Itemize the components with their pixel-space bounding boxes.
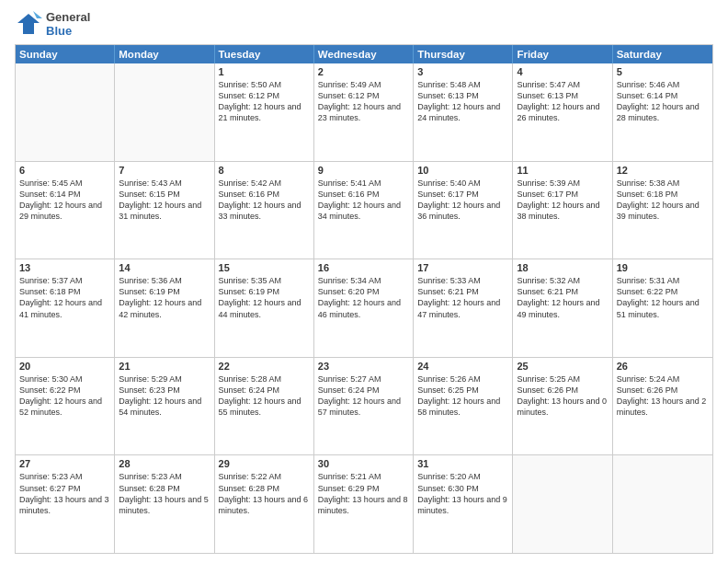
weekday-header-tuesday: Tuesday (215, 45, 314, 63)
day-number: 5 (617, 66, 709, 77)
calendar-cell: 30Sunrise: 5:21 AM Sunset: 6:29 PM Dayli… (314, 455, 414, 553)
day-number: 3 (417, 66, 508, 77)
calendar-cell: 6Sunrise: 5:45 AM Sunset: 6:14 PM Daylig… (16, 162, 115, 259)
weekday-header-wednesday: Wednesday (314, 45, 414, 63)
day-info: Sunrise: 5:25 AM Sunset: 6:26 PM Dayligh… (517, 373, 608, 419)
calendar-row-3: 13Sunrise: 5:37 AM Sunset: 6:18 PM Dayli… (16, 259, 712, 357)
day-info: Sunrise: 5:49 AM Sunset: 6:12 PM Dayligh… (318, 79, 409, 124)
calendar-cell: 9Sunrise: 5:41 AM Sunset: 6:16 PM Daylig… (314, 162, 414, 259)
calendar-cell (513, 455, 612, 553)
calendar-cell: 12Sunrise: 5:38 AM Sunset: 6:18 PM Dayli… (613, 162, 712, 259)
day-info: Sunrise: 5:23 AM Sunset: 6:28 PM Dayligh… (119, 471, 210, 516)
calendar-cell: 10Sunrise: 5:40 AM Sunset: 6:17 PM Dayli… (414, 162, 513, 259)
calendar-cell: 25Sunrise: 5:25 AM Sunset: 6:26 PM Dayli… (513, 358, 612, 455)
day-number: 14 (119, 262, 210, 273)
weekday-header-friday: Friday (513, 45, 612, 63)
calendar-cell: 3Sunrise: 5:48 AM Sunset: 6:13 PM Daylig… (414, 63, 513, 161)
logo: GeneralBlue (15, 11, 90, 39)
day-number: 12 (617, 165, 709, 176)
day-info: Sunrise: 5:21 AM Sunset: 6:29 PM Dayligh… (318, 471, 409, 516)
day-info: Sunrise: 5:50 AM Sunset: 6:12 PM Dayligh… (219, 79, 310, 124)
calendar-cell: 8Sunrise: 5:42 AM Sunset: 6:16 PM Daylig… (215, 162, 314, 259)
day-info: Sunrise: 5:37 AM Sunset: 6:18 PM Dayligh… (19, 275, 110, 320)
day-number: 11 (517, 165, 608, 176)
day-info: Sunrise: 5:39 AM Sunset: 6:17 PM Dayligh… (517, 178, 608, 223)
day-info: Sunrise: 5:31 AM Sunset: 6:22 PM Dayligh… (617, 275, 709, 320)
calendar-cell: 27Sunrise: 5:23 AM Sunset: 6:27 PM Dayli… (16, 455, 115, 553)
logo-general: General (46, 11, 90, 25)
calendar-cell: 21Sunrise: 5:29 AM Sunset: 6:23 PM Dayli… (115, 358, 214, 455)
day-info: Sunrise: 5:43 AM Sunset: 6:15 PM Dayligh… (119, 178, 210, 223)
day-info: Sunrise: 5:48 AM Sunset: 6:13 PM Dayligh… (417, 79, 508, 124)
day-info: Sunrise: 5:46 AM Sunset: 6:14 PM Dayligh… (617, 79, 709, 124)
logo-blue: Blue (46, 25, 90, 39)
calendar-row-2: 6Sunrise: 5:45 AM Sunset: 6:14 PM Daylig… (16, 161, 712, 259)
svg-marker-1 (33, 11, 42, 18)
day-info: Sunrise: 5:32 AM Sunset: 6:21 PM Dayligh… (517, 275, 608, 320)
day-number: 23 (318, 361, 409, 372)
day-info: Sunrise: 5:30 AM Sunset: 6:22 PM Dayligh… (19, 373, 110, 419)
weekday-header-monday: Monday (115, 45, 214, 63)
calendar-cell: 14Sunrise: 5:36 AM Sunset: 6:19 PM Dayli… (115, 259, 214, 357)
calendar-cell: 20Sunrise: 5:30 AM Sunset: 6:22 PM Dayli… (16, 358, 115, 455)
day-number: 27 (19, 458, 110, 469)
calendar-cell: 11Sunrise: 5:39 AM Sunset: 6:17 PM Dayli… (513, 162, 612, 259)
calendar-cell: 4Sunrise: 5:47 AM Sunset: 6:13 PM Daylig… (513, 63, 612, 161)
day-number: 22 (219, 361, 310, 372)
calendar-cell: 18Sunrise: 5:32 AM Sunset: 6:21 PM Dayli… (513, 259, 612, 357)
calendar-cell (613, 455, 712, 553)
weekday-header-thursday: Thursday (414, 45, 513, 63)
day-number: 19 (617, 262, 709, 273)
day-number: 31 (417, 458, 508, 469)
day-info: Sunrise: 5:40 AM Sunset: 6:17 PM Dayligh… (417, 178, 508, 223)
calendar-cell: 16Sunrise: 5:34 AM Sunset: 6:20 PM Dayli… (314, 259, 414, 357)
calendar-cell: 7Sunrise: 5:43 AM Sunset: 6:15 PM Daylig… (115, 162, 214, 259)
calendar-header: SundayMondayTuesdayWednesdayThursdayFrid… (16, 45, 712, 63)
day-number: 8 (219, 165, 310, 176)
logo-icon (15, 11, 42, 39)
day-number: 4 (517, 66, 608, 77)
day-info: Sunrise: 5:41 AM Sunset: 6:16 PM Dayligh… (318, 178, 409, 223)
calendar-cell: 19Sunrise: 5:31 AM Sunset: 6:22 PM Dayli… (613, 259, 712, 357)
day-number: 29 (219, 458, 310, 469)
calendar-cell: 15Sunrise: 5:35 AM Sunset: 6:19 PM Dayli… (215, 259, 314, 357)
calendar-cell: 26Sunrise: 5:24 AM Sunset: 6:26 PM Dayli… (613, 358, 712, 455)
calendar: SundayMondayTuesdayWednesdayThursdayFrid… (15, 44, 713, 554)
calendar-cell: 5Sunrise: 5:46 AM Sunset: 6:14 PM Daylig… (613, 63, 712, 161)
day-number: 13 (19, 262, 110, 273)
calendar-cell: 2Sunrise: 5:49 AM Sunset: 6:12 PM Daylig… (314, 63, 414, 161)
calendar-cell: 28Sunrise: 5:23 AM Sunset: 6:28 PM Dayli… (115, 455, 214, 553)
day-info: Sunrise: 5:35 AM Sunset: 6:19 PM Dayligh… (219, 275, 310, 320)
day-number: 26 (617, 361, 709, 372)
calendar-body: 1Sunrise: 5:50 AM Sunset: 6:12 PM Daylig… (16, 63, 712, 553)
header: GeneralBlue (15, 11, 713, 39)
calendar-cell: 23Sunrise: 5:27 AM Sunset: 6:24 PM Dayli… (314, 358, 414, 455)
weekday-header-sunday: Sunday (16, 45, 115, 63)
day-number: 1 (219, 66, 310, 77)
day-info: Sunrise: 5:27 AM Sunset: 6:24 PM Dayligh… (318, 373, 409, 419)
page: GeneralBlue SundayMondayTuesdayWednesday… (0, 0, 728, 563)
day-number: 30 (318, 458, 409, 469)
day-info: Sunrise: 5:20 AM Sunset: 6:30 PM Dayligh… (417, 471, 508, 516)
calendar-cell: 1Sunrise: 5:50 AM Sunset: 6:12 PM Daylig… (215, 63, 314, 161)
day-number: 21 (119, 361, 210, 372)
day-info: Sunrise: 5:24 AM Sunset: 6:26 PM Dayligh… (617, 373, 709, 419)
calendar-cell: 22Sunrise: 5:28 AM Sunset: 6:24 PM Dayli… (215, 358, 314, 455)
day-number: 17 (417, 262, 508, 273)
calendar-cell: 13Sunrise: 5:37 AM Sunset: 6:18 PM Dayli… (16, 259, 115, 357)
day-info: Sunrise: 5:38 AM Sunset: 6:18 PM Dayligh… (617, 178, 709, 223)
day-info: Sunrise: 5:26 AM Sunset: 6:25 PM Dayligh… (417, 373, 508, 419)
calendar-cell: 17Sunrise: 5:33 AM Sunset: 6:21 PM Dayli… (414, 259, 513, 357)
calendar-cell (115, 63, 214, 161)
calendar-row-1: 1Sunrise: 5:50 AM Sunset: 6:12 PM Daylig… (16, 63, 712, 161)
day-info: Sunrise: 5:23 AM Sunset: 6:27 PM Dayligh… (19, 471, 110, 516)
calendar-cell: 29Sunrise: 5:22 AM Sunset: 6:28 PM Dayli… (215, 455, 314, 553)
day-info: Sunrise: 5:42 AM Sunset: 6:16 PM Dayligh… (219, 178, 310, 223)
day-number: 7 (119, 165, 210, 176)
day-number: 25 (517, 361, 608, 372)
day-number: 18 (517, 262, 608, 273)
calendar-cell (16, 63, 115, 161)
day-number: 15 (219, 262, 310, 273)
day-number: 24 (417, 361, 508, 372)
day-info: Sunrise: 5:36 AM Sunset: 6:19 PM Dayligh… (119, 275, 210, 320)
